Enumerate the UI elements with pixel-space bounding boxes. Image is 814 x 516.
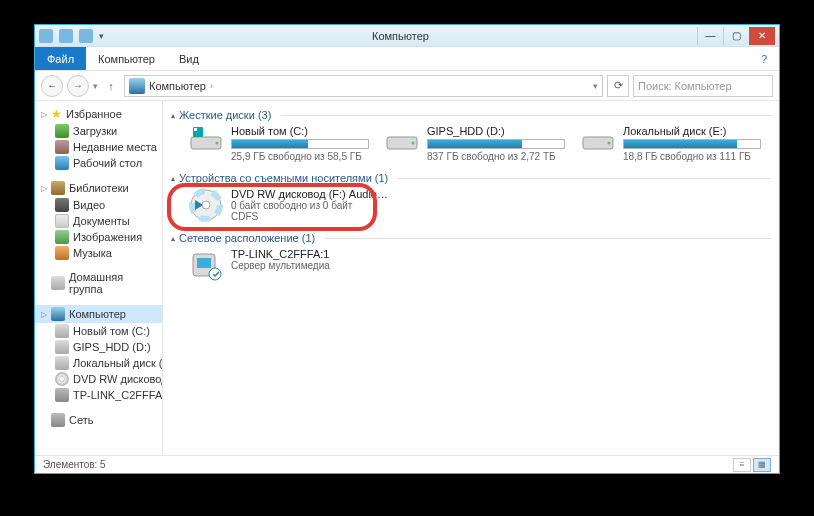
content-pane[interactable]: ▴ Жесткие диски (3) Новый том (C:) 25,9 … (163, 101, 779, 455)
sidebar-item-drive-d[interactable]: GIPS_HDD (D:) (35, 339, 162, 355)
documents-icon (55, 214, 69, 228)
sidebar-item-downloads[interactable]: Загрузки (35, 123, 162, 139)
view-tiles-button[interactable]: ▦ (753, 458, 771, 472)
drive-icon (55, 356, 69, 370)
netloc-subtitle: Сервер мультимедиа (231, 260, 389, 271)
qat-icon-1[interactable] (59, 29, 73, 43)
window-title: Компьютер (104, 30, 697, 42)
sidebar-item-dvd[interactable]: DVD RW дисковод (35, 371, 162, 387)
sidebar-favorites-label: Избранное (66, 108, 122, 120)
svg-rect-2 (194, 128, 197, 131)
sidebar-item-drive-c[interactable]: Новый том (C:) (35, 323, 162, 339)
drive-free-text: 25,9 ГБ свободно из 58,5 ГБ (231, 151, 369, 162)
drive-name: GIPS_HDD (D:) (427, 125, 565, 137)
category-network-header[interactable]: ▴ Сетевое расположение (1) (163, 228, 779, 248)
sidebar-item-recent[interactable]: Недавние места (35, 139, 162, 155)
svg-point-3 (216, 142, 219, 145)
sidebar-network-label: Сеть (69, 414, 93, 426)
hdd-icon (189, 125, 223, 153)
drive-name: DVD RW дисковод (F:) Audio CD (231, 188, 389, 200)
close-button[interactable]: ✕ (749, 27, 775, 45)
breadcrumb-computer[interactable]: Компьютер (149, 80, 206, 92)
sidebar-item-video[interactable]: Видео (35, 197, 162, 213)
search-input[interactable]: Поиск: Компьютер (633, 75, 773, 97)
caret-icon[interactable]: ▷ (41, 110, 47, 119)
navigation-bar: ← → ▾ ↑ Компьютер › ▾ ⟳ Поиск: Компьютер (35, 71, 779, 101)
sidebar-computer-header[interactable]: ▷ Компьютер (35, 305, 162, 323)
drive-dvd[interactable]: DVD RW дисковод (F:) Audio CD 0 байт сво… (189, 188, 389, 222)
svg-point-5 (412, 142, 415, 145)
search-placeholder: Поиск: Компьютер (638, 80, 732, 92)
usage-bar (623, 139, 761, 149)
history-dropdown-icon[interactable]: ▾ (93, 81, 98, 91)
drive-free-text: 18,8 ГБ свободно из 111 ГБ (623, 151, 761, 162)
network-row: TP-LINK_C2FFFA:1 Сервер мультимедиа (163, 248, 779, 288)
category-network-label: Сетевое расположение (1) (179, 232, 315, 244)
ribbon-help-icon[interactable]: ? (749, 47, 779, 70)
up-button[interactable]: ↑ (102, 77, 120, 95)
sidebar-item-documents[interactable]: Документы (35, 213, 162, 229)
sidebar-homegroup-label: Домашняя группа (69, 271, 156, 295)
caret-icon[interactable]: ▷ (41, 184, 47, 193)
images-icon (55, 230, 69, 244)
view-switcher: ≡ ▦ (733, 458, 771, 472)
drive-icon (55, 324, 69, 338)
caret-icon[interactable]: ▷ (41, 310, 47, 319)
media-server-icon (55, 388, 69, 402)
sidebar-item-images[interactable]: Изображения (35, 229, 162, 245)
category-hdd-header[interactable]: ▴ Жесткие диски (3) (163, 105, 779, 125)
sidebar-homegroup-header[interactable]: ▷ Домашняя группа (35, 269, 162, 297)
app-icon (39, 29, 53, 43)
view-details-button[interactable]: ≡ (733, 458, 751, 472)
window-controls: — ▢ ✕ (697, 27, 775, 45)
downloads-icon (55, 124, 69, 138)
svg-point-13 (209, 268, 221, 280)
sidebar-item-tplink[interactable]: TP-LINK_C2FFFA:1 (35, 387, 162, 403)
sidebar-network-header[interactable]: ▷ Сеть (35, 411, 162, 429)
forward-button[interactable]: → (67, 75, 89, 97)
collapse-icon[interactable]: ▴ (171, 234, 175, 243)
explorer-window: ▾ Компьютер — ▢ ✕ Файл Компьютер Вид ? ←… (34, 24, 780, 474)
svg-point-7 (608, 142, 611, 145)
refresh-button[interactable]: ⟳ (607, 75, 629, 97)
maximize-button[interactable]: ▢ (723, 27, 749, 45)
menu-file[interactable]: Файл (35, 47, 86, 70)
drive-name: Локальный диск (E:) (623, 125, 761, 137)
sidebar-item-drive-e[interactable]: Локальный диск (E:) (35, 355, 162, 371)
breadcrumb-separator[interactable]: › (210, 81, 213, 91)
qat-icon-2[interactable] (79, 29, 93, 43)
back-button[interactable]: ← (41, 75, 63, 97)
sidebar-item-desktop[interactable]: Рабочий стол (35, 155, 162, 171)
ribbon-tabs: Файл Компьютер Вид ? (35, 47, 779, 71)
collapse-icon[interactable]: ▴ (171, 174, 175, 183)
minimize-button[interactable]: — (697, 27, 723, 45)
collapse-icon[interactable]: ▴ (171, 111, 175, 120)
category-removable-header[interactable]: ▴ Устройства со съемными носителями (1) (163, 168, 779, 188)
usage-bar (231, 139, 369, 149)
titlebar[interactable]: ▾ Компьютер — ▢ ✕ (35, 25, 779, 47)
category-hdd-label: Жесткие диски (3) (179, 109, 271, 121)
hdd-row: Новый том (C:) 25,9 ГБ свободно из 58,5 … (163, 125, 779, 168)
drive-name: Новый том (C:) (231, 125, 369, 137)
sidebar-item-music[interactable]: Музыка (35, 245, 162, 261)
network-location-tplink[interactable]: TP-LINK_C2FFFA:1 Сервер мультимедиа (189, 248, 389, 282)
address-dropdown-icon[interactable]: ▾ (593, 81, 598, 91)
disc-icon (55, 372, 69, 386)
menu-view[interactable]: Вид (167, 47, 211, 70)
computer-icon (51, 307, 65, 321)
drive-free-text: 837 ГБ свободно из 2,72 ТБ (427, 151, 565, 162)
sidebar-favorites-header[interactable]: ▷ ★ Избранное (35, 105, 162, 123)
libraries-icon (51, 181, 65, 195)
desktop-icon (55, 156, 69, 170)
drive-filesystem: CDFS (231, 211, 389, 222)
quick-access-toolbar: ▾ (39, 29, 104, 43)
drive-d[interactable]: GIPS_HDD (D:) 837 ГБ свободно из 2,72 ТБ (385, 125, 565, 162)
address-bar[interactable]: Компьютер › ▾ (124, 75, 603, 97)
status-bar: Элементов: 5 ≡ ▦ (35, 455, 779, 473)
navigation-pane[interactable]: ▷ ★ Избранное Загрузки Недавние места Ра… (35, 101, 163, 455)
usage-bar (427, 139, 565, 149)
drive-e[interactable]: Локальный диск (E:) 18,8 ГБ свободно из … (581, 125, 761, 162)
sidebar-libraries-header[interactable]: ▷ Библиотеки (35, 179, 162, 197)
drive-c[interactable]: Новый том (C:) 25,9 ГБ свободно из 58,5 … (189, 125, 369, 162)
menu-computer[interactable]: Компьютер (86, 47, 167, 70)
